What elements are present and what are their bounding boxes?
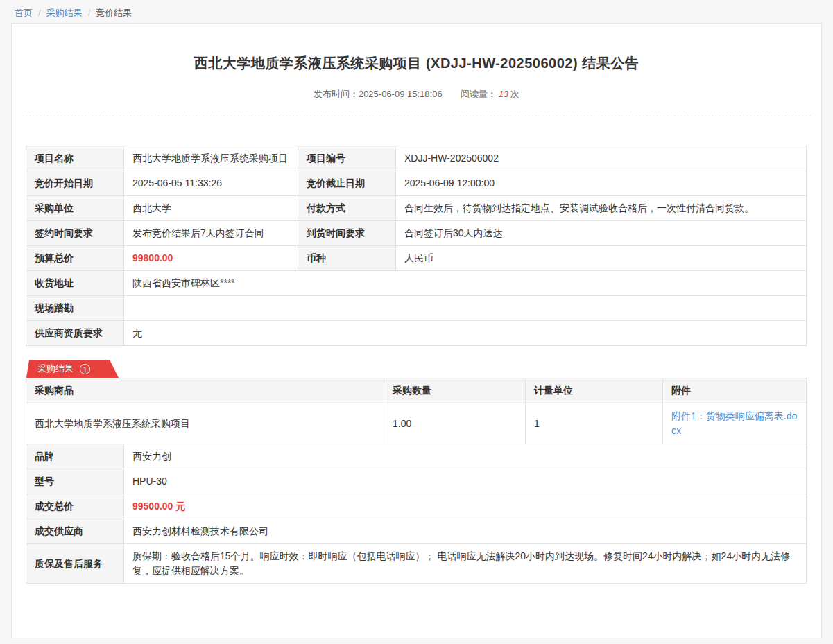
table-row: 采购单位 西北大学 付款方式 合同生效后，待货物到达指定地点、安装调试验收合格后…	[26, 196, 807, 221]
bid-end-date-label: 竞价截止日期	[298, 171, 396, 196]
table-row: 现场踏勘	[26, 296, 807, 321]
warranty-service-label: 质保及售后服务	[26, 544, 124, 584]
table-header-row: 采购商品 采购数量 计量单位 附件	[26, 378, 807, 403]
project-name-label: 项目名称	[26, 146, 124, 171]
signing-time-label: 签约时间要求	[26, 221, 124, 246]
breadcrumb-current-page: 竞价结果	[96, 8, 132, 18]
table-row: 型号 HPU-30	[26, 469, 807, 494]
publish-time-value: 2025-06-09 15:18:06	[359, 89, 443, 99]
breadcrumb: 首页/采购结果/竞价结果	[0, 0, 833, 23]
site-survey-label: 现场踏勘	[26, 296, 124, 321]
product-table: 采购商品 采购数量 计量单位 附件 西北大学地质学系液压系统采购项目 1.00 …	[26, 378, 807, 444]
table-row: 预算总价 99800.00 币种 人民币	[26, 246, 807, 271]
breadcrumb-procurement-results-link[interactable]: 采购结果	[46, 8, 83, 18]
deal-total-price-value: 99500.00 元	[124, 494, 807, 519]
project-number-value: XDJJ-HW-202506002	[396, 146, 807, 171]
table-row: 收货地址 陕西省西安市碑林区****	[26, 271, 807, 296]
table-row: 签约时间要求 发布竞价结果后7天内签订合同 到货时间要求 合同签订后30天内送达	[26, 221, 807, 246]
announcement-meta: 发布时间：2025-06-09 15:18:06阅读量：13次	[12, 88, 821, 101]
signing-time-value: 发布竞价结果后7天内签订合同	[124, 221, 298, 246]
budget-total-value: 99800.00	[124, 246, 298, 271]
result-detail-table: 品牌 西安力创 型号 HPU-30 成交总价 99500.00 元 成交供应商 …	[26, 444, 807, 584]
purchasing-unit-value: 西北大学	[124, 196, 298, 221]
project-number-label: 项目编号	[298, 146, 396, 171]
warranty-service-value: 质保期：验收合格后15个月。响应时效：即时响应（包括电话响应）； 电话响应无法解…	[124, 544, 807, 584]
table-row: 质保及售后服务 质保期：验收合格后15个月。响应时效：即时响应（包括电话响应）；…	[26, 544, 807, 584]
table-row: 成交总价 99500.00 元	[26, 494, 807, 519]
table-row: 成交供应商 西安力创材料检测技术有限公司	[26, 519, 807, 544]
read-count-unit: 次	[510, 89, 519, 99]
deal-total-price-label: 成交总价	[26, 494, 124, 519]
product-name-cell: 西北大学地质学系液压系统采购项目	[26, 403, 384, 444]
read-count-label: 阅读量：	[461, 89, 497, 99]
breadcrumb-home-link[interactable]: 首页	[15, 8, 33, 18]
site-survey-value	[124, 296, 807, 321]
delivery-time-label: 到货时间要求	[298, 221, 396, 246]
bid-start-date-label: 竞价开始日期	[26, 171, 124, 196]
model-label: 型号	[26, 469, 124, 494]
table-row: 品牌 西安力创	[26, 444, 807, 469]
page-title: 西北大学地质学系液压系统采购项目 (XDJJ-HW-202506002) 结果公…	[12, 24, 821, 73]
delivery-address-label: 收货地址	[26, 271, 124, 296]
attachment-link[interactable]: 附件1：货物类响应偏离表.docx	[671, 410, 797, 436]
product-quantity-cell: 1.00	[384, 403, 526, 444]
product-unit-cell: 1	[526, 403, 663, 444]
project-info-table: 项目名称 西北大学地质学系液压系统采购项目 项目编号 XDJJ-HW-20250…	[26, 146, 807, 346]
currency-label: 币种	[298, 246, 396, 271]
payment-method-label: 付款方式	[298, 196, 396, 221]
delivery-address-value: 陕西省西安市碑林区****	[124, 271, 807, 296]
payment-method-value: 合同生效后，待货物到达指定地点、安装调试验收合格后，一次性付清合同货款。	[396, 196, 807, 221]
delivery-time-value: 合同签订后30天内送达	[396, 221, 807, 246]
model-value: HPU-30	[124, 469, 807, 494]
breadcrumb-separator: /	[88, 8, 91, 18]
winning-supplier-label: 成交供应商	[26, 519, 124, 544]
badge-number: 1	[80, 364, 90, 374]
supplier-qualification-value: 无	[124, 321, 807, 346]
currency-value: 人民币	[396, 246, 807, 271]
product-column-header: 采购商品	[26, 378, 384, 403]
attachment-cell: 附件1：货物类响应偏离表.docx	[663, 403, 807, 444]
table-row: 西北大学地质学系液压系统采购项目 1.00 1 附件1：货物类响应偏离表.doc…	[26, 403, 807, 444]
project-name-value: 西北大学地质学系液压系统采购项目	[124, 146, 298, 171]
badge-label: 采购结果	[37, 363, 74, 375]
table-row: 项目名称 西北大学地质学系液压系统采购项目 项目编号 XDJJ-HW-20250…	[26, 146, 807, 171]
purchasing-unit-label: 采购单位	[26, 196, 124, 221]
quantity-column-header: 采购数量	[384, 378, 526, 403]
announcement-card: 西北大学地质学系液压系统采购项目 (XDJJ-HW-202506002) 结果公…	[11, 23, 822, 638]
breadcrumb-separator: /	[38, 8, 41, 18]
brand-label: 品牌	[26, 444, 124, 469]
bid-start-date-value: 2025-06-05 11:33:26	[124, 171, 298, 196]
budget-total-label: 预算总价	[26, 246, 124, 271]
winning-supplier-value: 西安力创材料检测技术有限公司	[124, 519, 807, 544]
procurement-result-badge: 采购结果 1	[26, 360, 119, 378]
supplier-qualification-label: 供应商资质要求	[26, 321, 124, 346]
brand-value: 西安力创	[124, 444, 807, 469]
publish-time-label: 发布时间：	[314, 89, 359, 99]
read-count-value: 13	[499, 89, 508, 99]
attachment-column-header: 附件	[663, 378, 807, 403]
unit-column-header: 计量单位	[526, 378, 663, 403]
table-row: 供应商资质要求 无	[26, 321, 807, 346]
table-row: 竞价开始日期 2025-06-05 11:33:26 竞价截止日期 2025-0…	[26, 171, 807, 196]
bid-end-date-value: 2025-06-09 12:00:00	[396, 171, 807, 196]
dashed-divider	[22, 116, 811, 116]
